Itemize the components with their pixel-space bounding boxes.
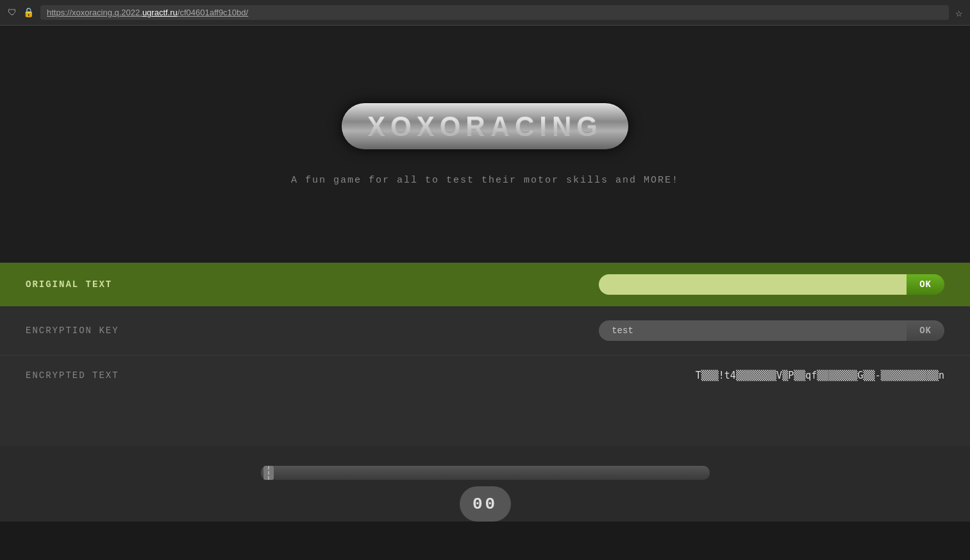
original-text-label: ORIGINAL TEXT [26, 279, 112, 290]
logo-container: XOXORACING [342, 103, 628, 149]
hero-section: XOXORACING A fun game for all to test th… [0, 26, 970, 263]
progress-bar-track[interactable] [261, 466, 710, 480]
spacer [0, 395, 970, 447]
encryption-key-label: ENCRYPTION KEY [26, 325, 119, 336]
logo-text: XOXORACING [367, 111, 603, 141]
encrypted-text-value: T▒▒▒!t4▒▒▒▒▒▒▒V▒P▒▒qf▒▒▒▒▒▒▒G▒▒-▒▒▒▒▒▒▒▒… [696, 370, 944, 381]
encryption-key-input-group: OK [599, 320, 944, 341]
original-text-input-group: OK [599, 274, 944, 295]
lower-section: ENCRYPTION KEY OK ENCRYPTED TEXT T▒▒▒!t4… [0, 306, 970, 522]
original-text-ok-button[interactable]: OK [907, 274, 944, 295]
knob-line-2 [268, 471, 269, 475]
knob-line-1 [268, 466, 269, 470]
address-bar[interactable]: https://xoxoracing.q.2022.ugractf.ru/cf0… [40, 5, 949, 20]
encryption-key-input[interactable] [599, 320, 907, 341]
url-text: https://xoxoracing.q.2022.ugractf.ru/cf0… [47, 8, 248, 17]
knob-line-3 [268, 476, 269, 480]
progress-knob[interactable] [263, 466, 274, 480]
score-display: 00 [460, 486, 511, 522]
lock-icon: 🔒 [23, 7, 34, 18]
bookmark-star-icon[interactable]: ☆ [955, 6, 962, 20]
progress-section: 00 [0, 447, 970, 522]
shield-icon: 🛡 [8, 8, 17, 18]
subtitle: A fun game for all to test their motor s… [291, 175, 679, 186]
encryption-key-row: ENCRYPTION KEY OK [0, 306, 970, 356]
encrypted-text-row: ENCRYPTED TEXT T▒▒▒!t4▒▒▒▒▒▒▒V▒P▒▒qf▒▒▒▒… [0, 356, 970, 395]
logo: XOXORACING [342, 103, 628, 149]
score-text: 00 [472, 495, 498, 514]
encrypted-text-label: ENCRYPTED TEXT [26, 370, 119, 381]
browser-chrome: 🛡 🔒 https://xoxoracing.q.2022.ugractf.ru… [0, 0, 970, 26]
original-text-input[interactable] [599, 274, 907, 295]
original-text-section: ORIGINAL TEXT OK [0, 263, 970, 306]
encryption-key-ok-button[interactable]: OK [907, 320, 944, 341]
